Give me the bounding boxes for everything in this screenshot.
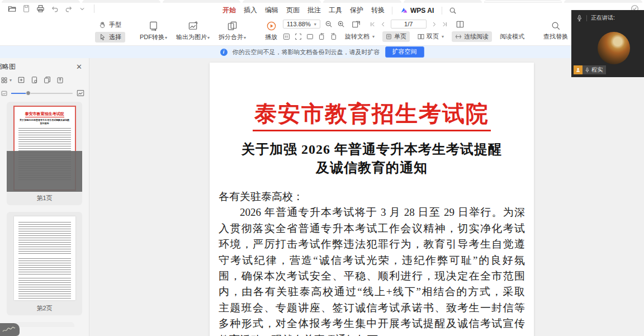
export-image-button[interactable]: 输出为图片▾	[172, 21, 214, 41]
tab-page[interactable]: 页面	[282, 3, 304, 17]
thumbnail-2-textlines	[18, 222, 71, 255]
ribbon-tabs: 开始 插入 编辑 页面 批注 工具 保护 转换 WPS AI	[219, 3, 460, 17]
tab-home[interactable]: 开始	[219, 3, 240, 17]
select-tool-button[interactable]: 选择	[95, 32, 125, 42]
page-indicator-input[interactable]: 1/7	[391, 20, 427, 29]
expand-storage-button[interactable]: 扩容空间	[385, 46, 424, 58]
close-panel-icon[interactable]: ✕	[76, 63, 82, 71]
pdf-convert-button[interactable]: PDF转换▾	[135, 21, 172, 41]
document-line: 入贯彻落实全省普通专升本考试工作会议精神，切实净化考试	[219, 221, 525, 236]
find-replace-button[interactable]: 查找替换	[539, 21, 572, 41]
thumbnail-size-control	[0, 85, 89, 99]
export-image-icon	[188, 21, 198, 31]
rotate-left-icon[interactable]	[318, 33, 325, 40]
continuous-read-button[interactable]: 连续阅读	[452, 31, 492, 42]
thumbnail-card-2[interactable]: 第2页	[7, 212, 82, 315]
thumbnail-size-slider[interactable]	[11, 93, 73, 94]
hand-tool-button[interactable]: 手型	[95, 20, 125, 30]
play-icon	[266, 21, 277, 31]
dropdown-caret-icon: ▾	[372, 34, 375, 39]
fit-window-icon[interactable]	[352, 20, 361, 29]
replace-page-icon[interactable]	[31, 76, 38, 84]
dropdown-caret-icon: ▾	[244, 35, 246, 40]
next-page-icon[interactable]	[431, 21, 437, 27]
thumbnail-1-label: 第1页	[7, 190, 82, 204]
prev-page-icon[interactable]	[380, 21, 386, 27]
single-page-button[interactable]: 单页	[382, 31, 410, 42]
document-line: 多种形式，对全体报考考生集中开展考试提醒及诚信考试宣传	[219, 316, 525, 332]
thumbnail-card-3-partial[interactable]	[15, 322, 74, 327]
pointer-tools-group: 手型 选择	[95, 20, 125, 42]
thumbnail-card-1[interactable]: 泰安市教育招生考试院 关于加强2026年普通专升本考生考试提醒及诚信教育的通知 …	[7, 102, 82, 205]
menubar-separator	[442, 7, 442, 15]
wps-ai-button[interactable]: WPS AI	[396, 7, 438, 15]
pdf-convert-label: PDF转换	[140, 34, 164, 40]
split-merge-button[interactable]: 拆分合并▾	[214, 21, 250, 41]
floating-annotation-widget[interactable]	[0, 323, 20, 336]
fit-page-icon[interactable]	[295, 33, 302, 40]
redo-icon[interactable]	[65, 5, 73, 13]
add-page-icon[interactable]	[17, 76, 25, 84]
tab-tools[interactable]: 工具	[325, 3, 346, 17]
undo-icon[interactable]	[51, 5, 59, 13]
document-subtitle-line1: 关于加强 2026 年普通专升本考生考试提醒	[210, 140, 534, 159]
fit-width-icon[interactable]	[306, 33, 314, 40]
tab-comment[interactable]: 批注	[304, 3, 325, 17]
document-line: 环境，严厉打击考试作弊违法犯罪行为，教育引导考生自觉遵	[219, 236, 525, 252]
zoom-out-icon[interactable]	[325, 20, 333, 28]
wps-pdf-window: 开始 插入 编辑 页面 批注 工具 保护 转换 WPS AI 手型	[0, 0, 644, 336]
rotate-right-icon[interactable]	[330, 33, 337, 40]
single-page-label: 单页	[394, 32, 406, 41]
document-page[interactable]: 泰安市教育招生考试院 关于加强 2026 年普通专升本考生考试提醒 及诚信教育的…	[210, 63, 534, 336]
small-thumbnail-icon[interactable]	[1, 91, 7, 96]
open-file-icon[interactable]	[8, 4, 16, 13]
quick-access-toolbar	[8, 4, 94, 13]
speaker-name: 程实	[590, 66, 606, 74]
save-icon[interactable]	[22, 4, 30, 13]
meeting-overlay[interactable]: 正在讲话: 程实	[571, 10, 644, 77]
microphone-icon	[576, 15, 583, 22]
last-page-icon[interactable]	[442, 21, 448, 27]
continuous-read-label: 连续阅读	[464, 32, 489, 41]
pen-scribble-icon	[2, 326, 16, 334]
wps-ai-logo-icon	[400, 7, 408, 14]
actual-size-icon[interactable]	[283, 33, 290, 40]
first-page-icon[interactable]	[370, 21, 376, 27]
tab-edit[interactable]: 编辑	[261, 3, 282, 17]
dropdown-caret-icon: ▾	[442, 34, 444, 39]
tab-insert[interactable]: 插入	[240, 3, 261, 17]
quick-toolbar-more-icon[interactable]	[79, 6, 86, 12]
double-page-button[interactable]: 双页▾	[414, 31, 447, 42]
document-salutation: 各有关驻泰高校：	[219, 189, 525, 205]
tab-protect[interactable]: 保护	[346, 3, 367, 17]
thumbnail-1-subtitle: 关于加强2026年普通专升本考生考试提醒及诚信教育的通知	[14, 119, 75, 125]
layout-grid-icon[interactable]: ▾	[1, 77, 12, 84]
extract-page-icon[interactable]	[56, 76, 64, 84]
speaker-badge: 程实	[574, 65, 606, 74]
menubar: 开始 插入 编辑 页面 批注 工具 保护 转换 WPS AI	[0, 3, 644, 16]
export-image-label: 输出为图片	[176, 34, 207, 40]
speaker-avatar	[598, 32, 630, 64]
thumbnail-2-label: 第2页	[7, 300, 82, 314]
copy-page-icon[interactable]	[44, 76, 51, 84]
play-button[interactable]: 播放	[261, 21, 282, 41]
split-merge-icon	[227, 21, 238, 31]
print-icon[interactable]	[36, 4, 45, 13]
document-subtitle-line2: 及诚信教育的通知	[210, 159, 534, 177]
search-icon[interactable]	[446, 7, 460, 15]
read-mode-button[interactable]: 阅读模式	[496, 31, 528, 42]
large-thumbnail-icon[interactable]	[77, 89, 84, 97]
thumbnail-toolbar: ▾	[0, 73, 89, 85]
cloud-notice-text: 你的云空间不足，将影响文档备份到云盘，请及时扩容	[233, 48, 380, 56]
thumbnail-panel-title: 缩略图	[0, 62, 16, 72]
zoom-level-value: 113.88%	[287, 21, 311, 27]
tab-convert[interactable]: 转换	[367, 3, 389, 17]
rotate-doc-button[interactable]: 旋转文档▾	[342, 31, 378, 42]
cloud-notice-bar: i 你的云空间不足，将影响文档备份到云盘，请及时扩容 扩容空间	[0, 46, 644, 58]
thumbnail-1-offscreen-shade	[7, 151, 82, 192]
zoom-in-icon[interactable]	[337, 20, 345, 28]
zoom-level-dropdown[interactable]: 113.88% ▾	[283, 20, 320, 29]
book-view-icon[interactable]	[456, 20, 465, 29]
slider-knob[interactable]	[26, 91, 31, 96]
thumbnail-page-2[interactable]	[14, 216, 75, 300]
